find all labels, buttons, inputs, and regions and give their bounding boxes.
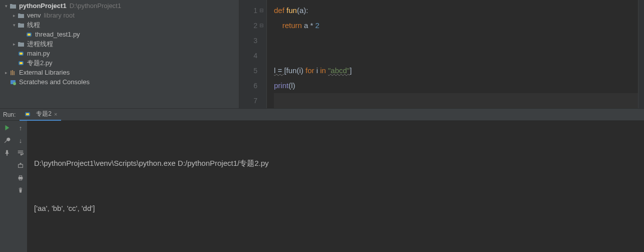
tree-label: 进程线程 (27, 40, 53, 49)
code-text: a * (304, 21, 315, 30)
svg-rect-1 (28, 34, 31, 36)
print-icon[interactable] (17, 174, 25, 182)
svg-rect-7 (12, 70, 13, 75)
code-content[interactable]: def fun(a): return a * 2 l = [fun(i) for… (267, 0, 644, 108)
folder-icon (17, 40, 25, 48)
tree-folder-process-threads[interactable]: 进程线程 (0, 39, 239, 49)
code-text: fun (286, 66, 297, 75)
pin-icon[interactable] (3, 149, 11, 157)
line-number: 2 (239, 18, 257, 33)
function-name: fun (286, 6, 297, 15)
string: "abcd" (328, 66, 350, 75)
expand-icon[interactable] (11, 23, 17, 28)
run-toolbar-left (0, 121, 14, 252)
svg-rect-16 (19, 179, 22, 180)
code-text: l = [ (274, 66, 286, 75)
scratches-icon (9, 78, 17, 86)
tree-external-libraries[interactable]: External Libraries (0, 68, 239, 77)
tree-label: main.py (27, 50, 50, 57)
tree-label: 线程 (27, 21, 40, 30)
python-file-icon (17, 59, 25, 67)
scroll-icon[interactable] (17, 161, 25, 169)
builtin: print (274, 81, 288, 90)
code-text: ] (350, 66, 352, 75)
expand-icon[interactable] (3, 70, 9, 75)
tree-scratches[interactable]: Scratches and Consoles (0, 77, 239, 87)
keyword: in (320, 66, 328, 75)
trash-icon[interactable] (17, 186, 25, 194)
run-toolbar-inner: ↑ ↓ (14, 121, 27, 252)
tree-file-topic2[interactable]: 专题2.py (0, 58, 239, 68)
code-editor[interactable]: 1 2 3 4 5 6 7 ⊟ ⊟ def fun(a): return a *… (239, 0, 644, 108)
number: 2 (315, 21, 319, 30)
line-number: 4 (239, 48, 257, 63)
editor-marker-bar[interactable] (638, 0, 644, 108)
venv-hint: library root (44, 12, 74, 19)
run-panel: Run: 专题2 × ↑ ↓ D:\pythonProject1\venv\Sc… (0, 108, 644, 252)
run-tab[interactable]: 专题2 × (20, 109, 61, 121)
folder-icon (17, 12, 25, 20)
tree-label: External Libraries (19, 69, 70, 76)
svg-rect-15 (19, 176, 22, 177)
run-tab-label: 专题2 (36, 110, 52, 118)
project-name: pythonProject1 (19, 2, 67, 10)
tree-label: Scratches and Consoles (19, 78, 90, 86)
up-icon[interactable]: ↑ (17, 124, 25, 132)
svg-rect-5 (20, 62, 23, 64)
fold-icon[interactable]: ⊟ (259, 3, 264, 18)
line-number: 6 (239, 78, 257, 93)
line-number: 5 (239, 63, 257, 78)
tree-file-main[interactable]: main.py (0, 49, 239, 58)
svg-rect-13 (19, 164, 23, 167)
tree-folder-threads[interactable]: 线程 (0, 20, 239, 30)
python-file-icon (25, 31, 33, 39)
svg-rect-3 (20, 53, 23, 55)
close-icon[interactable]: × (54, 111, 57, 117)
fold-icon[interactable]: ⊟ (259, 18, 264, 33)
rerun-icon[interactable] (3, 124, 11, 132)
console-line (34, 246, 637, 252)
run-header: Run: 专题2 × (0, 109, 644, 121)
line-number: 1 (239, 3, 257, 18)
tree-project-root[interactable]: pythonProject1 D:\pythonProject1 (0, 1, 239, 11)
project-tree: pythonProject1 D:\pythonProject1 venv li… (0, 0, 239, 108)
folder-icon (17, 21, 25, 29)
svg-rect-12 (26, 113, 29, 115)
code-text: (a): (297, 6, 308, 15)
library-icon (9, 69, 17, 77)
expand-icon[interactable] (11, 42, 17, 47)
folder-icon (9, 2, 17, 10)
keyword: def (274, 6, 286, 15)
tree-file-thread-test1[interactable]: thread_test1.py (0, 30, 239, 39)
console-line: ['aa', 'bb', 'cc', 'dd'] (34, 201, 637, 216)
expand-icon[interactable] (11, 13, 17, 18)
tree-label: venv (27, 12, 41, 19)
run-label: Run: (3, 111, 16, 118)
line-number: 7 (239, 93, 257, 108)
keyword: for (305, 66, 316, 75)
svg-rect-8 (14, 71, 15, 75)
editor-gutter: 1 2 3 4 5 6 7 ⊟ ⊟ (239, 0, 267, 108)
wrench-icon[interactable] (3, 136, 11, 144)
svg-rect-6 (11, 71, 12, 75)
project-path: D:\pythonProject1 (70, 2, 121, 10)
code-text: (l) (288, 81, 295, 90)
code-text: (i) (296, 66, 305, 75)
console-line: D:\pythonProject1\venv\Scripts\python.ex… (34, 156, 637, 171)
down-icon[interactable]: ↓ (17, 136, 25, 144)
keyword: return (274, 21, 304, 30)
tree-label: 专题2.py (27, 59, 53, 68)
line-number: 3 (239, 33, 257, 48)
tree-label: thread_test1.py (35, 31, 80, 38)
tree-venv[interactable]: venv library root (0, 11, 239, 20)
python-file-icon (24, 110, 32, 118)
console-output[interactable]: D:\pythonProject1\venv\Scripts\python.ex… (27, 121, 644, 252)
svg-point-10 (13, 82, 16, 85)
soft-wrap-icon[interactable] (17, 149, 25, 157)
python-file-icon (17, 50, 25, 58)
expand-icon[interactable] (3, 4, 9, 9)
